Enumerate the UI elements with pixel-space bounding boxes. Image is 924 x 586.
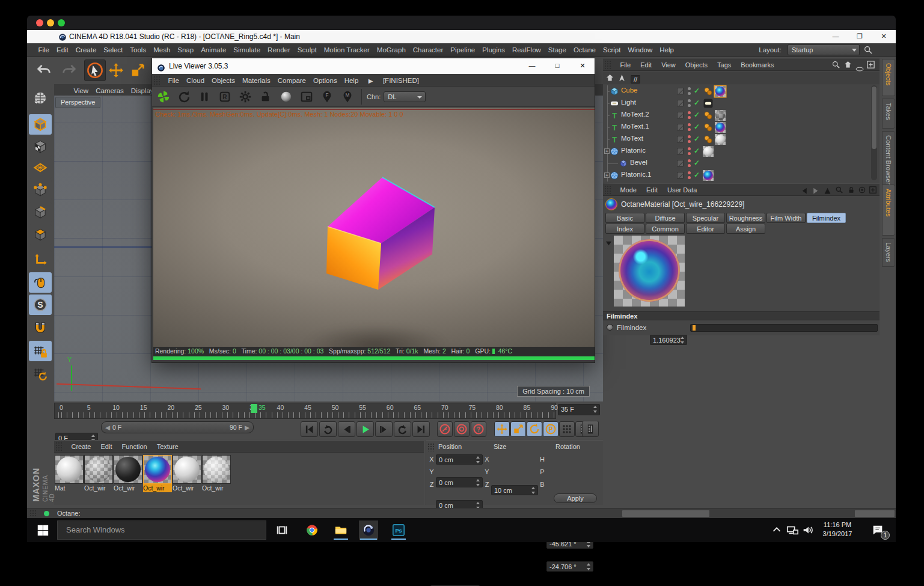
visibility-dots[interactable] — [688, 99, 691, 108]
side-tab-content-browser[interactable]: Content Browser — [882, 131, 895, 186]
layout-dropdown[interactable]: Startup — [788, 44, 860, 55]
axis-mode-button[interactable] — [29, 250, 52, 270]
lv-minimize-button[interactable]: — — [520, 58, 544, 72]
mac-close-button[interactable] — [36, 19, 43, 26]
panel-grip[interactable] — [29, 510, 37, 517]
material-item[interactable]: Oct_wir — [202, 455, 231, 492]
enabled-checkmark[interactable]: ✓ — [694, 147, 700, 155]
object-manager-menu-view[interactable]: View — [656, 59, 681, 71]
mac-zoom-button[interactable] — [58, 19, 65, 26]
editor-visibility-dot[interactable] — [688, 159, 691, 162]
app-menu-render[interactable]: Render — [264, 43, 294, 57]
app-menu-tools[interactable]: Tools — [126, 43, 150, 57]
object-label[interactable]: Light — [621, 99, 636, 106]
kernel-settings-button[interactable] — [236, 88, 254, 105]
tab-basic[interactable]: Basic — [605, 213, 644, 223]
snap-button[interactable]: S — [29, 295, 52, 315]
slider-handle[interactable] — [693, 325, 696, 331]
scrollbar-thumb[interactable] — [872, 87, 877, 149]
object-row-platonic[interactable]: +Platonic✓ — [603, 145, 880, 157]
attributes-menu-edit[interactable]: Edit — [641, 184, 662, 196]
history-forward-icon[interactable] — [812, 186, 819, 197]
mac-minimize-button[interactable] — [47, 19, 54, 26]
rotation-b-field[interactable]: -24.706 ° — [546, 561, 593, 572]
texture-tag-thumbnail[interactable] — [715, 86, 726, 97]
eye-icon[interactable] — [855, 63, 864, 68]
start-button[interactable] — [33, 520, 52, 540]
app-menu-mograph[interactable]: MoGraph — [373, 43, 409, 57]
object-manager-menu-objects[interactable]: Objects — [681, 59, 712, 71]
render-visibility-dot[interactable] — [688, 176, 691, 179]
material-thumbnail[interactable] — [143, 455, 172, 484]
record-keyframe-button[interactable] — [437, 421, 453, 437]
object-label[interactable]: MoText.1 — [621, 123, 649, 130]
app-menu-realflow[interactable]: RealFlow — [509, 43, 545, 57]
visibility-dots[interactable] — [688, 123, 691, 132]
autokey-button[interactable] — [454, 421, 470, 437]
model-mode-button[interactable] — [29, 114, 52, 135]
frame-range-slider[interactable]: ◀ 0 F 90 F ▶ — [101, 421, 254, 433]
play-forward-button[interactable] — [356, 421, 374, 437]
layer-color-swatch[interactable] — [677, 88, 684, 94]
param-value-field[interactable]: 1.160923 — [650, 335, 687, 345]
live-viewer-menu-objects[interactable]: Objects — [208, 74, 239, 88]
panel-grip[interactable] — [604, 185, 611, 194]
tab-assign[interactable]: Assign — [726, 224, 765, 234]
app-menu-motion-tracker[interactable]: Motion Tracker — [320, 43, 373, 57]
goto-start-button[interactable] — [301, 421, 318, 437]
add-panel-icon[interactable] — [866, 60, 876, 70]
tab-specular[interactable]: Specular — [686, 213, 725, 223]
param-radio-icon[interactable] — [607, 324, 613, 331]
enabled-checkmark[interactable]: ✓ — [694, 135, 700, 143]
next-frame-button[interactable] — [375, 421, 393, 437]
editor-visibility-dot[interactable] — [688, 135, 691, 138]
editor-visibility-dot[interactable] — [688, 147, 691, 150]
visibility-dots[interactable] — [688, 171, 691, 180]
live-selection-button[interactable] — [84, 60, 106, 81]
render-visibility-dot[interactable] — [688, 116, 691, 119]
octane-logo-button[interactable] — [155, 88, 173, 105]
light-tag-icon[interactable] — [703, 98, 714, 109]
menu-overflow-arrow-icon[interactable]: ▶ — [365, 74, 377, 88]
polygons-mode-button[interactable] — [29, 224, 52, 245]
position-x-field[interactable]: 0 cm — [436, 454, 483, 465]
object-row-platonic-1[interactable]: +Platonic.1✓ — [603, 169, 880, 182]
render-view[interactable]: Check: 1ms./3ms. MeshGen:0ms. Update[C]:… — [153, 108, 595, 347]
material-item[interactable]: Oct_wir — [114, 455, 142, 492]
texture-tag-thumbnail[interactable] — [715, 122, 726, 133]
object-label[interactable]: MoText — [621, 135, 643, 142]
path-up-icon[interactable] — [617, 73, 627, 83]
visibility-dots[interactable] — [688, 111, 691, 120]
app-menu-mesh[interactable]: Mesh — [150, 43, 174, 57]
tab-diffuse[interactable]: Diffuse — [646, 213, 685, 223]
visibility-dots[interactable] — [688, 87, 691, 96]
taskbar-search-input[interactable]: Search Windows — [57, 520, 266, 540]
live-viewer-titlebar[interactable]: Live Viewer 3.05.3 — □ ✕ — [152, 58, 595, 74]
scale-tool-button[interactable] — [510, 421, 526, 437]
object-row-cube[interactable]: Cube✓ — [603, 85, 880, 97]
task-view-button[interactable] — [272, 520, 292, 540]
enabled-checkmark[interactable]: ✓ — [694, 111, 700, 119]
workplane-mode-button[interactable] — [29, 158, 52, 179]
material-item[interactable]: Oct_wir — [143, 455, 172, 492]
cinema4d-taskbar-icon[interactable] — [359, 520, 378, 540]
workplane-refresh-button[interactable] — [29, 363, 52, 383]
photoshop-icon[interactable]: Ps — [389, 520, 408, 540]
phong-tag-icon[interactable] — [703, 86, 714, 97]
object-label[interactable]: Platonic — [621, 147, 646, 154]
edges-mode-button[interactable] — [29, 202, 52, 222]
materials-menu-create[interactable]: Create — [66, 441, 96, 453]
viewport-menu-view[interactable]: View — [70, 84, 92, 98]
panel-grip[interactable] — [55, 442, 63, 451]
visibility-dots[interactable] — [688, 147, 691, 156]
tab-filmindex[interactable]: Filmindex — [807, 213, 846, 223]
chrome-icon[interactable] — [302, 520, 322, 540]
path-field[interactable]: // — [631, 75, 640, 84]
rotate-tool-button[interactable] — [527, 421, 542, 437]
app-menu-sculpt[interactable]: Sculpt — [294, 43, 320, 57]
size-x-field[interactable]: 10 cm — [491, 485, 538, 495]
region-render-button[interactable]: R — [216, 88, 234, 105]
texture-tag-thumbnail[interactable] — [715, 110, 726, 121]
object-row-bevel[interactable]: Bevel✓ — [603, 157, 880, 169]
search-icon[interactable] — [863, 45, 873, 55]
